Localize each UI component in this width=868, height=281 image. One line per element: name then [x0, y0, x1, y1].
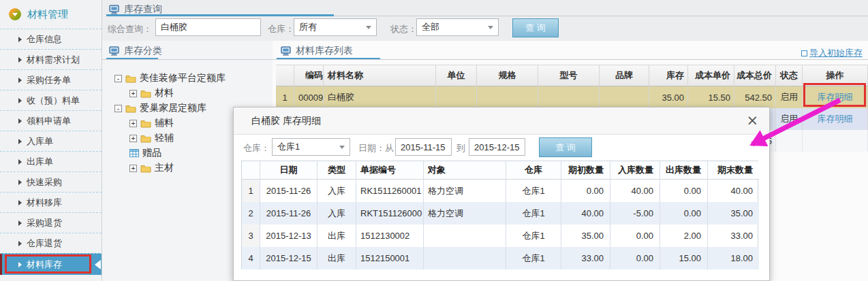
- column-header: 状态: [776, 65, 803, 86]
- table-cell: 入库: [317, 180, 356, 202]
- sidebar-item[interactable]: 材料移库: [0, 192, 102, 212]
- folder-icon: [140, 89, 151, 98]
- caret-right-icon: [18, 241, 22, 246]
- table-cell: 仓库1: [506, 202, 561, 225]
- close-icon[interactable]: ×: [746, 114, 758, 128]
- caret-right-icon: [18, 139, 22, 144]
- table-cell: 0.00: [610, 225, 660, 247]
- column-header: 成本单价: [688, 65, 734, 86]
- table-cell: [538, 86, 600, 108]
- sidebar-item[interactable]: 采购退货: [0, 212, 102, 233]
- dialog-search-button[interactable]: 查 询: [539, 137, 592, 157]
- monitor-icon: [109, 5, 119, 14]
- collapse-icon[interactable]: -: [114, 105, 122, 112]
- sidebar-item[interactable]: 仓库退货: [0, 233, 102, 253]
- sidebar-item[interactable]: 收（预）料单: [0, 90, 102, 110]
- sidebar-item[interactable]: 快速采购: [0, 171, 102, 192]
- column-header: 仓库: [506, 161, 561, 180]
- sidebar-item[interactable]: 仓库信息: [0, 29, 102, 49]
- annotation-red-strip: [0, 254, 2, 275]
- keyword-input[interactable]: 白桶胶: [155, 18, 261, 36]
- table-cell: 2.00: [660, 225, 708, 247]
- tree-node[interactable]: -美佳装修平台定额库: [102, 71, 273, 86]
- column-header: 品牌: [600, 65, 649, 86]
- caret-right-icon: [18, 98, 22, 103]
- table-cell: 2015-12-15: [260, 247, 317, 269]
- status-select-value: 全部: [422, 21, 439, 33]
- sidebar-item-label: 仓库信息: [27, 33, 62, 46]
- detail-table: 日期类型单据编号对象仓库期初数量入库数量出库数量期末数量12015-11-26入…: [241, 161, 758, 269]
- tree-node-label: 辅料: [155, 117, 174, 129]
- status-label: 状态：: [390, 23, 417, 35]
- module-toggle-icon: [9, 8, 21, 20]
- folder-icon: [140, 164, 151, 173]
- table-cell: 启用: [776, 108, 803, 130]
- sidebar-item[interactable]: 出库单: [0, 151, 102, 171]
- column-header: 期初数量: [561, 161, 610, 180]
- table-cell: 仓库1: [506, 225, 561, 247]
- collapse-icon[interactable]: -: [114, 75, 122, 82]
- expand-icon[interactable]: +: [129, 90, 137, 97]
- tab-divider: [334, 16, 868, 16]
- active-tab-underline: [106, 14, 334, 16]
- sidebar-item-label: 采购退货: [27, 217, 62, 229]
- column-header: 成本总价: [734, 65, 776, 86]
- import-initial-stock-link[interactable]: 导入初始库存: [801, 47, 863, 59]
- selected-notch-icon: [95, 260, 101, 269]
- date-to-input[interactable]: 2015-12-15: [469, 138, 525, 156]
- dialog-warehouse-label: 仓库：: [243, 142, 270, 154]
- expand-icon[interactable]: +: [129, 135, 137, 142]
- table-cell: 格力空调: [424, 202, 506, 225]
- sidebar-item[interactable]: 领料申请单: [0, 110, 102, 131]
- sidebar-item-label: 材料需求计划: [27, 54, 80, 66]
- table-cell: 出库: [317, 247, 356, 269]
- stock-detail-dialog: 白桶胶 库存明细 × 仓库： 仓库1 日期：从 2015-11-15 到 201…: [233, 107, 770, 281]
- table-cell: 仓库1: [506, 247, 561, 269]
- sidebar: 材料管理 仓库信息材料需求计划采购任务单收（预）料单领料申请单入库单出库单快速采…: [0, 0, 102, 281]
- tree-node-label: 赠品: [142, 147, 161, 159]
- date-from-label: 日期：从: [358, 142, 394, 154]
- caret-right-icon: [18, 57, 22, 63]
- category-panel-title: 库存分类: [109, 45, 162, 57]
- column-header: 库存: [649, 65, 688, 86]
- date-from-input[interactable]: 2015-11-15: [395, 138, 452, 156]
- column-header: [242, 161, 260, 180]
- column-header: 单位: [436, 65, 477, 86]
- sidebar-item-material-stock[interactable]: 材料库存: [0, 253, 102, 275]
- warehouse-label: 仓库：: [268, 23, 294, 35]
- table-cell: 2: [242, 202, 260, 225]
- column-header: 材料名称: [324, 65, 436, 86]
- stock-detail-link[interactable]: 库存明细: [803, 108, 868, 130]
- sidebar-item[interactable]: 采购任务单: [0, 69, 102, 90]
- table-cell: 40.00: [561, 202, 610, 225]
- material-table-header: 编码材料名称单位规格型号品牌库存成本单价成本总价状态操作: [276, 65, 868, 86]
- sidebar-item[interactable]: 材料需求计划: [0, 49, 102, 69]
- table-cell: 15.00: [660, 247, 708, 269]
- table-cell: 白桶胶: [324, 86, 436, 108]
- table-cell: 0.00: [660, 202, 708, 225]
- material-row-selected[interactable]: 100009白桶胶35.0015.50542.50启用库存明细: [276, 86, 868, 108]
- column-header: 入库数量: [610, 161, 660, 180]
- stock-detail-link[interactable]: 库存明细: [803, 86, 868, 108]
- tree-node-label: 主材: [155, 162, 174, 174]
- caret-right-icon: [18, 37, 22, 42]
- expand-icon[interactable]: +: [129, 120, 137, 127]
- tree-node[interactable]: +材料: [102, 86, 273, 101]
- list-panel-title: 材料库存列表: [281, 45, 353, 57]
- warehouse-select[interactable]: 所有: [294, 18, 377, 36]
- grid-icon: [129, 149, 139, 157]
- detail-table-row: 12015-11-26入库RK1511260001格力空调仓库10.0040.0…: [242, 180, 758, 202]
- search-button[interactable]: 查 询: [512, 18, 559, 37]
- dialog-warehouse-select[interactable]: 仓库1: [272, 138, 350, 156]
- column-header: 型号: [538, 65, 600, 86]
- sidebar-item[interactable]: 入库单: [0, 131, 102, 151]
- expand-icon[interactable]: +: [129, 165, 137, 172]
- import-icon: [801, 50, 807, 56]
- sidebar-header[interactable]: 材料管理: [0, 0, 102, 29]
- table-cell: 35.00: [561, 225, 610, 247]
- dialog-title: 白桶胶 库存明细: [251, 115, 321, 127]
- table-cell: [776, 130, 803, 152]
- table-cell: 出库: [317, 225, 356, 247]
- detail-table-row: 42015-12-15出库1512150001仓库133.000.0015.00…: [242, 247, 758, 269]
- status-select[interactable]: 全部: [416, 18, 499, 36]
